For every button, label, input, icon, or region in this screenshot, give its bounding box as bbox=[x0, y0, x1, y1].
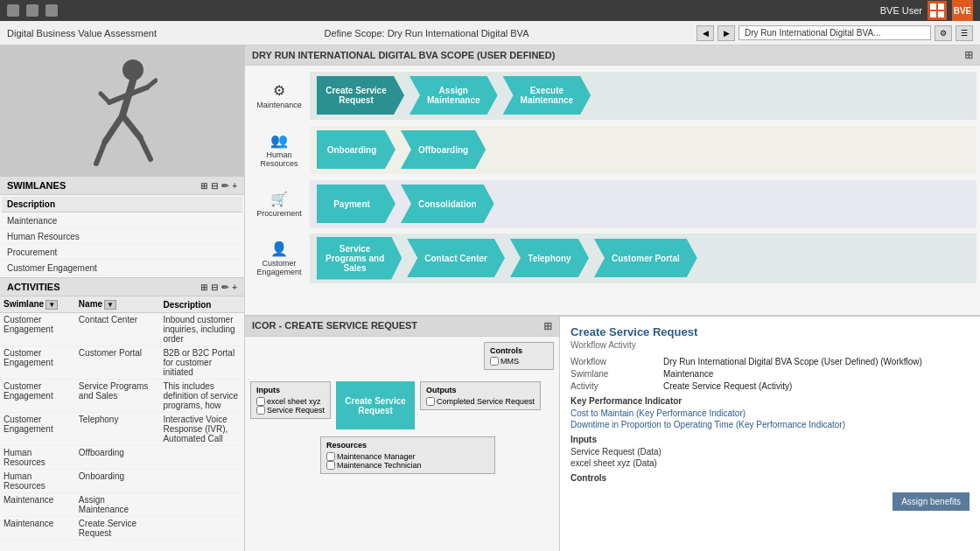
icor-expand-icon[interactable]: ⊞ bbox=[543, 320, 552, 332]
service-request-label: Service Request bbox=[267, 406, 325, 415]
grid-icon[interactable]: ⊞ bbox=[200, 181, 207, 191]
col-name-header: Name▼ bbox=[75, 296, 160, 313]
scope-procurement-activities: Payment Consolidation bbox=[310, 180, 976, 228]
table-row[interactable]: Maintenance Assign Maintenance bbox=[0, 493, 244, 517]
activity-assign-maintenance[interactable]: AssignMaintenance bbox=[410, 76, 498, 115]
icor-resources-title: Resources bbox=[326, 441, 489, 450]
activity-swimlane: Customer Engagement bbox=[0, 313, 75, 346]
activity-consolidation[interactable]: Consolidation bbox=[401, 185, 494, 223]
edit2-icon[interactable]: ✏ bbox=[221, 282, 228, 292]
table-row[interactable]: Human Resources Onboarding bbox=[0, 470, 244, 493]
add2-icon[interactable]: + bbox=[232, 282, 237, 292]
username-label: BVE User bbox=[880, 5, 922, 16]
settings-button[interactable]: ⚙ bbox=[934, 25, 952, 41]
activity-telephony[interactable]: Telephony bbox=[510, 239, 589, 277]
list-item[interactable]: Maintenance bbox=[2, 214, 242, 228]
bookmark-icon[interactable] bbox=[46, 4, 58, 17]
col-desc-header: Description bbox=[159, 296, 244, 313]
technician-checkbox[interactable] bbox=[326, 461, 335, 470]
scope-swimlane-maintenance: ⚙ Maintenance Create ServiceRequest Assi… bbox=[248, 69, 976, 122]
hr-icon: 👥 bbox=[270, 132, 288, 149]
grid2-icon[interactable]: ⊟ bbox=[211, 181, 218, 191]
grid4-icon[interactable]: ⊟ bbox=[211, 282, 218, 292]
address-input[interactable] bbox=[738, 25, 931, 40]
activity-customer-portal[interactable]: Customer Portal bbox=[594, 239, 697, 277]
scope-procurement-text: Procurement bbox=[256, 209, 302, 218]
table-row[interactable]: Customer Engagement Telephony Interactiv… bbox=[0, 413, 244, 446]
activity-contact-center[interactable]: Contact Center bbox=[407, 239, 505, 277]
grid3-icon[interactable]: ⊞ bbox=[200, 282, 207, 292]
activity-name: Create Service Request bbox=[75, 517, 160, 541]
swimlane-row: Swimlane Maintenance bbox=[570, 369, 970, 379]
activity-name: Service Programs and Sales bbox=[75, 380, 160, 413]
minimize-icon[interactable] bbox=[7, 4, 19, 17]
activity-swimlane: Customer Engagement bbox=[0, 346, 75, 380]
excel-checkbox[interactable] bbox=[256, 397, 265, 406]
swimlane-label: Swimlane bbox=[570, 369, 658, 379]
table-row[interactable]: Customer Engagement Service Programs and… bbox=[0, 380, 244, 413]
name-filter[interactable]: ▼ bbox=[104, 300, 116, 310]
manager-label: Maintenance Manager bbox=[337, 452, 416, 461]
scope-hr-activities: Onboarding Offboarding bbox=[310, 126, 976, 174]
activity-offboarding[interactable]: Offboarding bbox=[401, 130, 486, 169]
expand-icon[interactable]: ⊞ bbox=[964, 49, 973, 61]
list-item[interactable]: Customer Engagement bbox=[2, 262, 242, 276]
assign-benefits-button[interactable]: Assign benefits bbox=[892, 492, 970, 511]
service-request-checkbox[interactable] bbox=[256, 406, 265, 415]
icor-outputs-box: Outputs Completed Service Request bbox=[420, 381, 541, 410]
svg-line-2 bbox=[105, 115, 122, 142]
menu-button[interactable]: ☰ bbox=[956, 25, 973, 41]
swimlane-hr: Human Resources bbox=[2, 230, 242, 244]
icor-inputs-title: Inputs bbox=[256, 386, 325, 394]
icor-controls-box: Controls MMS bbox=[484, 342, 554, 370]
table-row[interactable]: Customer Engagement Contact Center Inbou… bbox=[0, 313, 244, 346]
scope-header: DRY RUN INTERNATIONAL DIGITAL BVA SCOPE … bbox=[245, 45, 980, 66]
manager-checkbox[interactable] bbox=[326, 452, 335, 461]
scope-hr-text: Human Resources bbox=[250, 150, 308, 168]
add-icon[interactable]: + bbox=[232, 181, 237, 191]
user-avatar-box[interactable]: BVE bbox=[952, 0, 973, 21]
table-row[interactable]: Human Resources Offboarding bbox=[0, 446, 244, 470]
table-row[interactable]: Customer Engagement Customer Portal B2B … bbox=[0, 346, 244, 380]
technician-label: Maintenance Technician bbox=[337, 461, 421, 470]
swimlane-filter[interactable]: ▼ bbox=[46, 300, 58, 310]
scope-maintenance-text: Maintenance bbox=[256, 101, 302, 109]
main-layout: SWIMLANES ⊞ ⊟ ✏ + Description Maintenanc… bbox=[0, 45, 980, 551]
icor-content: Controls MMS Inputs exc bbox=[245, 337, 559, 551]
mms-checkbox[interactable] bbox=[490, 357, 499, 366]
back-button[interactable]: ◀ bbox=[696, 25, 714, 41]
activity-payment[interactable]: Payment bbox=[317, 185, 396, 223]
workflow-row: Workflow Dry Run International Digital B… bbox=[570, 357, 970, 366]
activity-name: Offboarding bbox=[75, 446, 160, 470]
table-row[interactable]: Maintenance Create Service Request bbox=[0, 517, 244, 541]
controls-section-title: Controls bbox=[570, 473, 970, 483]
completed-checkbox[interactable] bbox=[426, 397, 435, 406]
activity-description bbox=[159, 470, 244, 493]
home-icon[interactable] bbox=[26, 4, 38, 17]
activity-onboarding[interactable]: Onboarding bbox=[317, 130, 396, 169]
list-item[interactable]: Human Resources bbox=[2, 230, 242, 244]
maintenance-icon: ⚙ bbox=[273, 82, 285, 99]
left-panel: SWIMLANES ⊞ ⊟ ✏ + Description Maintenanc… bbox=[0, 45, 245, 551]
edit-icon[interactable]: ✏ bbox=[221, 181, 228, 191]
scope-title: DRY RUN INTERNATIONAL DIGITAL BVA SCOPE … bbox=[252, 50, 555, 60]
input-item-1: Service Request (Data) bbox=[570, 447, 970, 457]
activity-swimlane: Customer Engagement bbox=[0, 380, 75, 413]
icor-activity-create-service[interactable]: Create Service Request bbox=[336, 381, 415, 429]
activity-create-service[interactable]: Create ServiceRequest bbox=[317, 76, 404, 115]
icor-service-request-check: Service Request bbox=[256, 406, 325, 415]
scope-maintenance-activities: Create ServiceRequest AssignMaintenance … bbox=[310, 72, 976, 120]
scope-content: ⚙ Maintenance Create ServiceRequest Assi… bbox=[245, 66, 980, 312]
col-swimlane-header: Swimlane▼ bbox=[0, 296, 75, 313]
activity-execute-maintenance[interactable]: ExecuteMaintenance bbox=[503, 76, 592, 115]
svg-line-5 bbox=[140, 137, 150, 159]
forward-button[interactable]: ▶ bbox=[718, 25, 735, 41]
app-grid-icon[interactable] bbox=[928, 1, 947, 20]
activity-row: Activity Create Service Request (Activit… bbox=[570, 381, 970, 391]
breadcrumb: Digital Business Value Assessment bbox=[7, 28, 157, 38]
swimlanes-header-icons: ⊞ ⊟ ✏ + bbox=[200, 181, 237, 191]
activity-service-programs[interactable]: ServicePrograms andSales bbox=[317, 237, 402, 280]
list-item[interactable]: Procurement bbox=[2, 246, 242, 260]
kpi-section-title: Key Performance Indicator bbox=[570, 396, 970, 406]
scope-panel: DRY RUN INTERNATIONAL DIGITAL BVA SCOPE … bbox=[245, 45, 980, 317]
